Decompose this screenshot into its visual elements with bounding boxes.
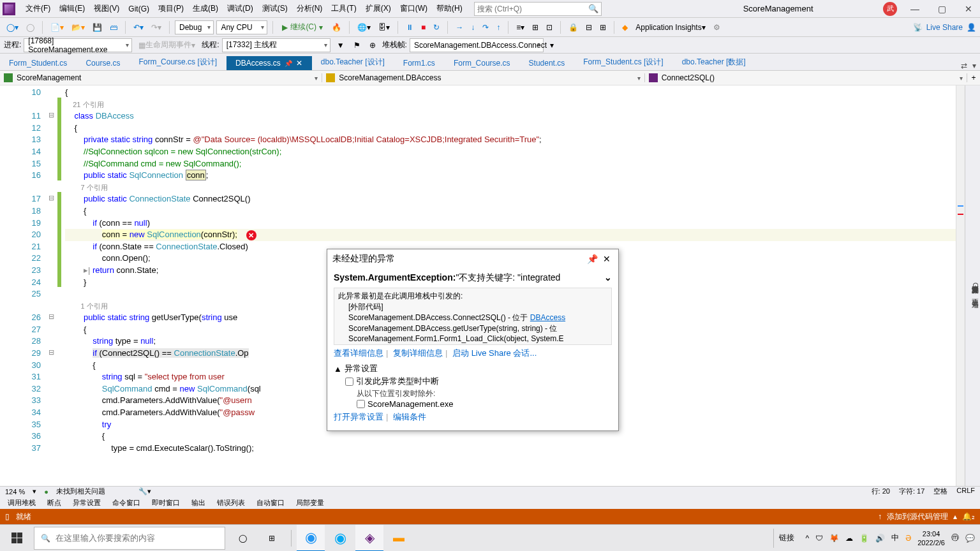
menu-view[interactable]: 视图(V) — [90, 1, 123, 17]
menu-project[interactable]: 项目(P) — [154, 1, 188, 17]
save-all-button[interactable]: 🗃 — [107, 22, 120, 33]
tab-menu-icon[interactable]: ▾ — [972, 61, 976, 70]
menu-build[interactable]: 生成(B) — [189, 1, 222, 17]
menu-window[interactable]: 窗口(W) — [396, 1, 431, 17]
side-tool-tabs[interactable]: 解决方案资源管理器 Git 更改 通知 — [965, 85, 980, 486]
nav-member[interactable]: Connect2SQL() — [645, 73, 967, 82]
outtab-callstack[interactable]: 调用堆栈 — [3, 497, 41, 509]
outtab-immediate[interactable]: 即时窗口 — [147, 497, 185, 509]
taskbar-app-browser1[interactable]: ◉ — [297, 525, 325, 552]
close-button[interactable]: ✕ — [960, 4, 977, 14]
continue-button[interactable]: ▶继续(C)▾ — [278, 20, 327, 34]
tab-dbaccess[interactable]: DBAccess.cs 📌 ✕ — [226, 56, 312, 70]
edit-conditions-link[interactable]: 编辑条件 — [393, 412, 426, 422]
tab-form1[interactable]: Form1.cs — [394, 56, 445, 70]
config-combo[interactable]: Debug — [175, 20, 214, 34]
outtab-exceptions[interactable]: 异常设置 — [68, 497, 106, 509]
cortana-button[interactable]: ◯ — [228, 525, 256, 552]
step-over-button[interactable]: ↷ — [480, 22, 491, 33]
open-button[interactable]: 📂▾ — [69, 22, 87, 33]
menu-test[interactable]: 测试(S) — [258, 1, 292, 17]
maximize-button[interactable]: ▢ — [933, 4, 951, 14]
menu-edit[interactable]: 编辑(E) — [56, 1, 89, 17]
menu-git[interactable]: Git(G) — [124, 2, 153, 16]
copy-details-link[interactable]: 复制详细信息 — [393, 348, 443, 358]
lock-button[interactable]: 🔒 — [566, 22, 581, 33]
hot-reload-button[interactable]: 🔥 — [329, 22, 344, 33]
tray-clock[interactable]: 23:042022/2/6 — [917, 529, 945, 547]
align-button[interactable]: ≡▾ — [514, 22, 527, 33]
user-avatar[interactable]: 武 — [883, 2, 897, 16]
nav-back-button[interactable]: ◯▾ — [4, 22, 21, 33]
spanner-icon[interactable]: 🔧▾ — [138, 487, 151, 496]
tray-fox-icon[interactable]: 🦊 — [829, 534, 839, 543]
tray-notifications-icon[interactable]: 💬 — [965, 534, 975, 543]
tray-chevron-icon[interactable]: ^ — [806, 534, 810, 543]
browser-button[interactable]: 🌐▾ — [355, 22, 373, 33]
nav-add-button[interactable]: + — [967, 73, 980, 82]
tray-cloud-icon[interactable]: ☁ — [845, 534, 853, 543]
start-button[interactable] — [3, 525, 31, 552]
tab-form-student[interactable]: Form_Student.cs — [0, 56, 77, 70]
status-eol[interactable]: CRLF — [956, 487, 975, 496]
outtab-output[interactable]: 输出 — [186, 497, 211, 509]
filter-icon[interactable]: ▼ — [334, 40, 347, 51]
outtab-errors[interactable]: 错误列表 — [212, 497, 250, 509]
thread-combo[interactable]: [17332] 主线程 — [222, 38, 330, 52]
tray-shield-icon[interactable]: 🛡 — [815, 534, 823, 543]
pause-button[interactable]: ⏸ — [403, 22, 416, 33]
outtab-breakpoints[interactable]: 断点 — [42, 497, 66, 509]
nav-class[interactable]: ScoreManagement.DBAccess — [322, 73, 644, 82]
taskbar-app-misc[interactable]: ▬ — [385, 525, 413, 552]
status-indent[interactable]: 空格 — [933, 487, 947, 496]
tray-volume-icon[interactable]: 🔊 — [875, 534, 885, 543]
minimize-button[interactable]: — — [906, 4, 924, 14]
task-view-button[interactable]: ⊞ — [258, 525, 286, 552]
menu-analyze[interactable]: 分析(N) — [293, 1, 327, 17]
collapse-icon[interactable]: ▲ — [334, 364, 342, 374]
menu-tools[interactable]: 工具(T) — [327, 1, 360, 17]
taskbar-app-vs[interactable]: ◈ — [355, 525, 383, 552]
scm-button[interactable]: 添加到源代码管理 — [887, 511, 948, 522]
settings-icon[interactable]: ⚙ — [711, 22, 723, 33]
start-liveshare-link[interactable]: 启动 Live Share 会话... — [452, 348, 537, 358]
tab-dbo-teacher-data[interactable]: dbo.Teacher [数据] — [673, 54, 755, 70]
exception-pin-icon[interactable]: 📌 — [584, 254, 600, 264]
appinsights-button[interactable]: Application Insights ▾ — [633, 22, 708, 33]
exception-collapse-icon[interactable]: ⌄ — [604, 272, 612, 283]
tray-weibo-icon[interactable]: Ə — [905, 534, 911, 543]
outtab-locals[interactable]: 局部变量 — [291, 497, 329, 509]
stack-line[interactable]: ScoreManagement.DBAccess.Connect2SQL() -… — [338, 312, 607, 323]
tray-ime-icon[interactable]: 中 — [891, 533, 899, 543]
stackframe-combo[interactable]: ScoreManagement.DBAccess.Connect — [410, 38, 544, 52]
tab-order-button[interactable]: ⊞ — [597, 22, 609, 33]
tab-form-course-design[interactable]: Form_Course.cs [设计] — [130, 54, 226, 70]
stop-button[interactable]: ■ — [419, 22, 428, 33]
flag-icon[interactable]: ⚑ — [351, 40, 363, 51]
undo-button[interactable]: ↶▾ — [131, 22, 146, 33]
menu-extensions[interactable]: 扩展(X) — [362, 1, 395, 17]
outtab-command[interactable]: 命令窗口 — [107, 497, 145, 509]
close-tab-icon[interactable]: ✕ — [296, 59, 302, 68]
lifecycle-button[interactable]: ▦ 生命周期事件 ▾ — [136, 38, 198, 52]
taskbar-search-input[interactable] — [56, 533, 218, 543]
menu-file[interactable]: 文件(F) — [22, 1, 54, 17]
scm-dropdown-icon[interactable]: ▴ — [953, 512, 957, 521]
dock-button[interactable]: ⊟ — [583, 22, 595, 33]
tab-student[interactable]: Student.cs — [520, 56, 575, 70]
fold-column[interactable]: ⊟⊟⊟⊟ — [45, 85, 57, 486]
taskbar-app-browser2[interactable]: ◉ — [326, 525, 354, 552]
stackframe-down-icon[interactable]: ▾ — [547, 40, 556, 51]
layout-button[interactable]: ⊡ — [544, 22, 555, 33]
menu-debug[interactable]: 调试(D) — [223, 1, 257, 17]
pin-icon[interactable]: 📌 — [285, 60, 292, 67]
step-into-button[interactable]: ↓ — [468, 22, 477, 33]
step-out-button[interactable]: ↑ — [494, 22, 503, 33]
stack-link[interactable]: DBAccess — [530, 313, 565, 322]
db-button[interactable]: 🗄▾ — [376, 22, 392, 33]
menu-search-box[interactable]: 🔍 — [474, 2, 602, 16]
tab-dbo-teacher-design[interactable]: dbo.Teacher [设计] — [312, 54, 394, 70]
tab-form-course[interactable]: Form_Course.cs — [445, 56, 520, 70]
exception-close-icon[interactable]: ✕ — [600, 254, 613, 264]
save-button[interactable]: 💾 — [90, 22, 105, 33]
